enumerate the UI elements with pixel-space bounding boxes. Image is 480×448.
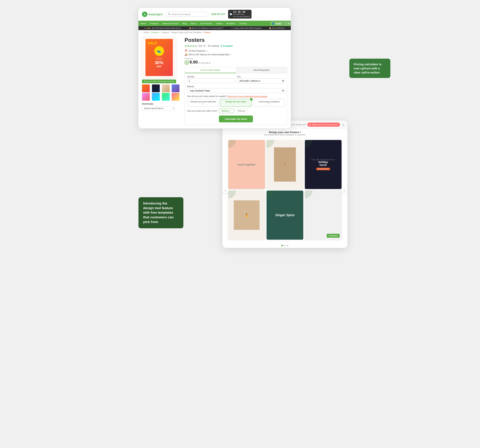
watch-btn-label: Watch quick and easy tutorial: [312, 123, 338, 126]
nav-resellers[interactable]: Resellers: [225, 21, 237, 26]
thumbnail-5[interactable]: [142, 93, 150, 101]
material-select[interactable]: Yupo Synthetic Paper: [187, 88, 285, 93]
template-card-5[interactable]: Ginger Spice: [267, 191, 303, 240]
logo[interactable]: e easysigns: [142, 12, 163, 17]
template-card-1[interactable]: work together: [228, 140, 265, 189]
clock-icon: ⏰: [184, 50, 187, 52]
delivery-option[interactable]: Delivery ✓: [219, 109, 234, 113]
trustpilot-badge[interactable]: ★ Trustpilot: [220, 45, 233, 47]
browse-templates-button[interactable]: Browse our FREE Customisable Templates: [142, 79, 176, 83]
template-card-4[interactable]: 🧘: [228, 191, 265, 240]
ginger-spice-text: Ginger Spice: [275, 213, 295, 217]
option-design-own[interactable]: ✓ Design my own online: [220, 99, 252, 107]
feature-production: ⏰ 24 Hour Production ℹ: [184, 50, 287, 52]
search-box[interactable]: 🔍 Search for products: [165, 12, 208, 17]
thumbnail-7[interactable]: [162, 93, 170, 101]
promo-item-3: ✏ Design online with FREE templates: [231, 27, 261, 29]
template-card-3[interactable]: YOU'RE INVITED TO A holidaylunch REGISTE…: [305, 140, 342, 189]
leaf-decoration-3: [305, 140, 313, 148]
quantity-group: Quantity: [187, 76, 235, 83]
promo-item-2: 🚚 $19 inc GST delivery on most products™: [189, 27, 224, 29]
option-need-help[interactable]: I need design assistance ℹ: [253, 99, 285, 107]
feature-delivery: 🚚 $19 inc GST Delivery Per Order Austral…: [184, 53, 287, 56]
tag-icon: 🏷: [144, 27, 146, 29]
calculate-price-button[interactable]: Calculate my price: [219, 116, 253, 122]
poster-circle: 👟: [154, 46, 164, 56]
delivery-row: How can we get your order to you? Delive…: [187, 109, 285, 113]
pickup-option[interactable]: Pick up ℹ: [235, 109, 248, 113]
selected-check: ✓: [250, 98, 253, 101]
artwork-question: How will your print ready artwork be sup…: [187, 95, 285, 97]
thumbnail-4[interactable]: [172, 84, 179, 92]
cart-count: 0: [288, 22, 289, 25]
countdown-label-top: Hrs Mins Secs: [233, 13, 250, 16]
breadcrumb-design-online: Design Online with Free Templates: [171, 31, 202, 34]
logo-text: easysigns: [148, 13, 163, 16]
template-card-2[interactable]: 🪑: [267, 140, 303, 189]
promo-bar: 🏷 Sale: 20% off Custom Printed Mailer Bo…: [138, 26, 291, 30]
leaf-decoration: [228, 140, 236, 148]
truck-icon: 🚚: [189, 27, 191, 29]
tab-most-requested[interactable]: Most Requested: [236, 67, 287, 73]
nav-contact[interactable]: Contact: [237, 21, 249, 26]
delivery-check: ✓: [230, 110, 231, 112]
nav-artwork[interactable]: Artwork Services: [161, 21, 181, 26]
dot-3[interactable]: [287, 245, 289, 246]
thumbnail-1[interactable]: [142, 84, 150, 92]
customise-button[interactable]: Customise: [327, 234, 339, 238]
dot-2[interactable]: [284, 245, 286, 246]
callout-pricing: Pricing calculator is now upfront with a…: [349, 59, 390, 78]
delivery-question: How can we get your order to you?: [187, 110, 217, 112]
pagination-dots: [222, 243, 347, 248]
option-own-files[interactable]: I already have print-ready files ℹ: [187, 99, 219, 107]
callout-design: Introducing the design tool feature with…: [138, 197, 183, 228]
templates-row-1: work together 🪑 YOU'RE INVITED TO A holi…: [228, 140, 342, 189]
info-icon-3: ℹ: [203, 103, 203, 105]
design-packages-link[interactable]: (Click here to view our affordable desig…: [227, 95, 267, 97]
artwork-specifications-dropdown[interactable]: Artwork Specifications ▾: [142, 106, 176, 111]
size-group: Size 297mmW x 420mm H: [237, 76, 285, 83]
carousel-left-arrow[interactable]: ‹: [223, 188, 228, 193]
thumbnail-8[interactable]: [172, 93, 179, 101]
thumbnail-2[interactable]: [152, 84, 160, 92]
tab-instant-quote[interactable]: Get An Instant Quote: [185, 67, 236, 73]
dot-1[interactable]: [281, 245, 283, 246]
site-header: e easysigns 🔍 Search for products 1300 9…: [138, 8, 291, 21]
countdown-label-bottom: For next day dispatch: [233, 16, 250, 18]
delivery-icon: 🚚: [184, 53, 187, 56]
login-button[interactable]: 👤 Login: [270, 22, 283, 26]
rating-value: 4.8: [198, 44, 202, 47]
hours-icon: ⏰: [269, 27, 271, 29]
customise-overlay: Customise: [327, 234, 339, 238]
hl-cta: REGISTER NOW: [316, 168, 330, 170]
info-icon-5: ℹ: [245, 110, 245, 112]
design-tool-card: Online Design Tool New to the design too…: [222, 121, 347, 248]
thumbnail-3[interactable]: [162, 84, 170, 92]
nav-process[interactable]: Our Process: [198, 21, 214, 26]
product-title: Posters: [184, 37, 287, 43]
breadcrumb-products[interactable]: Products: [151, 31, 159, 34]
feature-production-text: 24 Hour Production: [189, 50, 205, 52]
carousel-right-arrow[interactable]: ›: [342, 188, 347, 193]
size-select[interactable]: 297mmW x 420mm H: [237, 78, 285, 83]
quantity-input[interactable]: [187, 78, 235, 83]
product-images: SALE 👟 TAKE AN EXTRA 30% OFF Browse our …: [142, 37, 181, 125]
price-unit: inc GST per m²: [198, 62, 211, 64]
watch-tutorial-button[interactable]: ▶ Watch quick and easy tutorial: [307, 123, 340, 127]
leaf-decoration-6: [305, 191, 313, 198]
rating-slash: / 5 ·: [203, 44, 207, 47]
cart-button[interactable]: 🛒 0: [283, 22, 291, 26]
nav-about[interactable]: About: [189, 21, 198, 26]
nav-products[interactable]: Products: [148, 21, 160, 26]
thumbnail-6[interactable]: [152, 93, 160, 101]
nav-videos[interactable]: Videos: [214, 21, 224, 26]
collapse-button[interactable]: ∧: [342, 123, 344, 126]
nav-blog[interactable]: Blog: [180, 21, 189, 26]
price-label: As low as: [184, 58, 287, 60]
template-card-6[interactable]: Customise: [305, 191, 342, 240]
nav-home[interactable]: Home: [138, 21, 148, 26]
poster-preview: SALE 👟 TAKE AN EXTRA 30% OFF: [146, 39, 173, 76]
countdown-icon: 🕐: [230, 13, 232, 15]
nav-right: 👤 Login 🛒 0: [270, 21, 291, 26]
design-icon: ✏: [231, 27, 233, 29]
